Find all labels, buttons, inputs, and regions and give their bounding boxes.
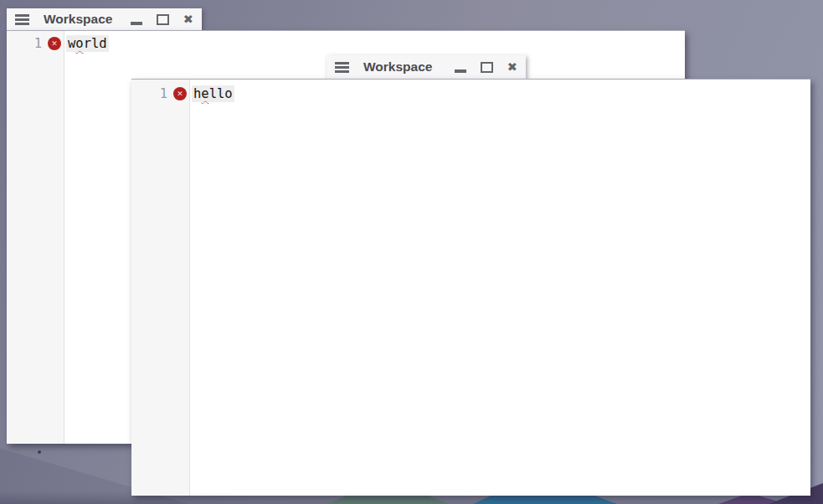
maximize-button[interactable] (481, 62, 493, 73)
code-word: hello (192, 85, 234, 102)
window-titlebar[interactable]: Workspace ✖ (327, 55, 526, 79)
window-title: Workspace (363, 59, 432, 75)
wallpaper-speck (38, 450, 41, 454)
hamburger-menu-icon[interactable] (335, 62, 349, 73)
minimize-icon (455, 69, 466, 73)
code-post: llo (209, 86, 233, 101)
editor-body: 1 ✕ hello (131, 79, 810, 496)
close-icon: ✖ (507, 61, 517, 74)
gutter-row: 1 ✕ (7, 35, 64, 52)
code-line: hello (192, 85, 810, 102)
maximize-button[interactable] (157, 14, 169, 25)
minimize-button[interactable] (131, 14, 142, 25)
spellcheck-squiggle: e (201, 86, 208, 101)
gutter-row: 1 ✕ (131, 85, 189, 102)
code-post: rld (84, 36, 107, 51)
close-button[interactable]: ✖ (183, 13, 193, 26)
close-icon: ✖ (183, 13, 193, 26)
line-number: 1 (34, 36, 42, 51)
error-marker-icon: ✕ (48, 37, 61, 50)
maximize-icon (481, 62, 493, 73)
window-title: Workspace (44, 12, 112, 27)
window-controls: ✖ (455, 61, 517, 74)
code-line: world (66, 35, 685, 52)
error-marker-icon: ✕ (173, 87, 187, 100)
maximize-icon (157, 14, 169, 25)
minimize-icon (131, 22, 142, 25)
code-pre: h (193, 86, 201, 101)
editor-content[interactable]: hello (190, 80, 810, 496)
editor-gutter: 1 ✕ (131, 80, 190, 496)
window-titlebar[interactable]: Workspace ✖ (7, 8, 202, 30)
window-controls: ✖ (131, 13, 193, 26)
code-pre: w (68, 36, 75, 51)
line-number: 1 (160, 86, 167, 101)
close-button[interactable]: ✖ (507, 61, 517, 74)
hamburger-menu-icon[interactable] (15, 14, 29, 25)
editor-gutter: 1 ✕ (7, 31, 64, 444)
spellcheck-squiggle: o (75, 36, 83, 51)
minimize-button[interactable] (455, 62, 466, 73)
code-word: world (66, 35, 109, 52)
